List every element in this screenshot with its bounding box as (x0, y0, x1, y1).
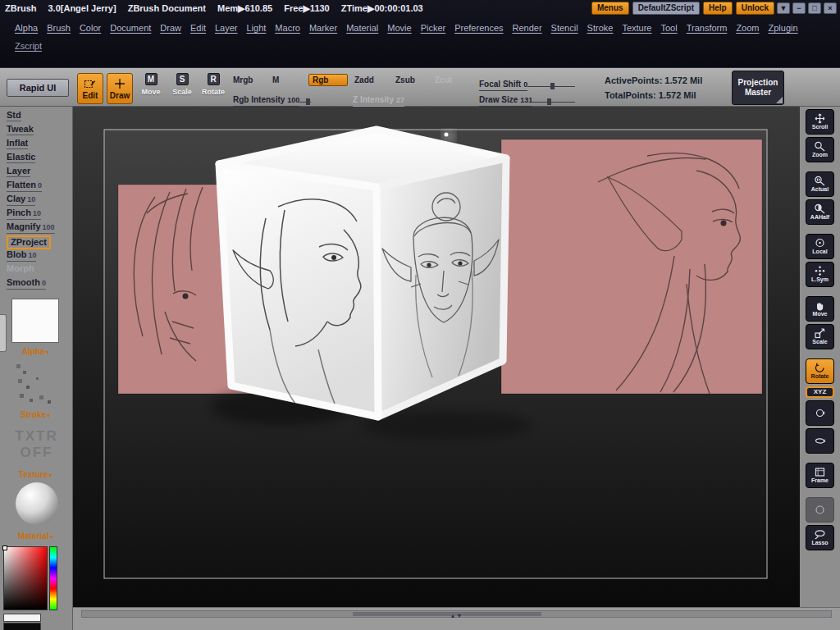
rail-button-local[interactable]: Local (806, 234, 834, 259)
rail-button-xyz[interactable]: XYZ (806, 386, 834, 398)
m-toggle[interactable]: M (272, 75, 279, 84)
rgb-toggle[interactable]: Rgb (308, 74, 348, 86)
move-button[interactable]: M Move (136, 73, 166, 96)
hue-strip[interactable] (49, 546, 57, 610)
sidebar-item-pinch[interactable]: Pinch10 (7, 208, 72, 218)
sidebar-item-zproject[interactable]: ZProject (7, 235, 72, 246)
secondary-color-swatch[interactable] (3, 623, 41, 630)
zbrush-window: ZBrush 3.0[Angel Jerry] ZBrush Document … (0, 0, 840, 630)
focal-shift-slider[interactable]: Focal Shift0 (479, 75, 575, 90)
horizontal-scrollbar-thumb[interactable] (353, 612, 541, 616)
menu-item-color[interactable]: Color (80, 23, 101, 33)
material-preview[interactable] (16, 482, 58, 525)
draw-size-slider[interactable]: Draw Size131 (479, 91, 575, 106)
sidebar-item-magnify[interactable]: Magnify100 (7, 221, 72, 232)
menu-item-tool[interactable]: Tool (660, 23, 677, 33)
app-version: 3.0[Angel Jerry] (48, 3, 116, 13)
sidebar-item-layer[interactable]: Layer (7, 166, 72, 176)
menu-item-brush[interactable]: Brush (47, 23, 71, 33)
edit-icon (84, 78, 97, 89)
menu-item-stencil[interactable]: Stencil (551, 23, 578, 33)
draw-label: Draw (110, 91, 130, 100)
rail-button-actual[interactable]: Actual (806, 171, 834, 197)
window-minimize-icon[interactable]: − (792, 2, 806, 14)
menu-item-zoom[interactable]: Zoom (736, 23, 759, 33)
alpha-preview[interactable] (11, 299, 59, 343)
rail-button-lasso[interactable]: Lasso (806, 525, 834, 550)
scroll-up-icon[interactable]: ▲ (450, 613, 457, 619)
menu-item-document[interactable]: Document (110, 23, 151, 33)
menu-item-zplugin[interactable]: Zplugin (769, 23, 798, 33)
menu-item-light[interactable]: Light (247, 23, 267, 33)
rail-button-zoom[interactable]: Zoom (806, 137, 834, 162)
z-intensity-slider: Z Intensity27 (353, 91, 404, 106)
window-maximize-icon[interactable]: □ (808, 2, 821, 14)
color-picker[interactable] (3, 546, 57, 610)
left-tray-handle[interactable] (0, 314, 7, 352)
zsub-toggle[interactable]: Zsub (395, 75, 415, 84)
rail-button-spin-x[interactable] (806, 400, 834, 426)
rotate-button[interactable]: R Rotate (199, 73, 228, 96)
rail-button-scale[interactable]: Scale (806, 324, 834, 349)
help-button[interactable]: Help (703, 2, 733, 15)
rapid-ui-button[interactable]: Rapid UI (7, 79, 69, 97)
menu-item-texture[interactable]: Texture (622, 23, 651, 33)
menu-item-layer[interactable]: Layer (215, 23, 238, 33)
right-tray: Scroll Zoom Actual AAHalf Local (800, 107, 840, 607)
menu-item-macro[interactable]: Macro (275, 23, 300, 33)
sidebar-item-tweak[interactable]: Tweak (7, 124, 72, 135)
draw-button[interactable]: Draw (107, 73, 133, 104)
unlock-button[interactable]: Unlock (736, 2, 774, 15)
stroke-preview[interactable] (11, 361, 59, 407)
alpha-selector[interactable]: Alpha▼ (0, 347, 72, 356)
rgb-intensity-slider[interactable]: Rgb Intensity100 (233, 91, 311, 106)
menu-item-picker[interactable]: Picker (421, 23, 446, 33)
menu-item-transform[interactable]: Transform (687, 23, 728, 33)
edit-button[interactable]: Edit (77, 73, 103, 104)
window-restore-icon[interactable]: ▼ (777, 2, 790, 14)
menu-item-movie[interactable]: Movie (387, 23, 411, 33)
sidebar-item-blob[interactable]: Blob10 (7, 249, 72, 260)
sidebar-item-flatten[interactable]: Flatten0 (7, 180, 72, 190)
rail-button-scroll[interactable]: Scroll (806, 109, 834, 135)
rotate-key-icon: R (208, 73, 220, 85)
rail-button-frame[interactable]: Frame (806, 463, 834, 488)
menu-item-alpha[interactable]: Alpha (15, 23, 38, 33)
menus-button[interactable]: Menus (591, 2, 629, 15)
primary-color-swatch[interactable] (3, 614, 41, 622)
rail-button-lsym[interactable]: L.Sym (806, 262, 834, 287)
scroll-down-icon[interactable]: ▼ (457, 613, 463, 619)
rail-button-aahalf[interactable]: AAHalf (806, 199, 834, 225)
scale-button[interactable]: S Scale (167, 73, 197, 96)
horizontal-scrollbar-track[interactable]: ▲▼ (81, 610, 832, 618)
menu-item-stroke[interactable]: Stroke (587, 23, 614, 33)
scrollbar-arrows[interactable]: ▲▼ (450, 613, 463, 619)
menu-item-draw[interactable]: Draw (160, 23, 181, 33)
move-key-icon: M (145, 73, 158, 85)
zadd-toggle[interactable]: Zadd (354, 75, 374, 84)
rail-button-spin-y[interactable] (806, 428, 834, 454)
sidebar-item-std[interactable]: Std (7, 110, 72, 121)
default-zscript-button[interactable]: DefaultZScript (632, 2, 700, 15)
menu-item-preferences[interactable]: Preferences (454, 23, 503, 33)
saturation-square[interactable] (3, 546, 48, 610)
rail-button-rotate[interactable]: Rotate (806, 358, 834, 384)
menu-item-zscript[interactable]: Zscript (15, 41, 42, 51)
material-selector[interactable]: Material▼ (0, 532, 72, 541)
menu-item-edit[interactable]: Edit (190, 23, 206, 33)
sidebar-item-inflat[interactable]: Inflat (7, 138, 72, 148)
texture-selector[interactable]: Texture▼ (0, 470, 72, 479)
menu-item-marker[interactable]: Marker (309, 23, 337, 33)
mrgb-toggle[interactable]: Mrgb (233, 75, 253, 84)
texture-off-indicator[interactable]: TXTR OFF (0, 428, 73, 461)
window-close-icon[interactable]: × (824, 2, 837, 14)
sidebar-item-elastic[interactable]: Elastic (7, 152, 72, 162)
rail-button-move[interactable]: Move (806, 296, 834, 322)
projection-master-button[interactable]: Projection Master (732, 71, 784, 105)
menu-item-render[interactable]: Render (513, 23, 542, 33)
sidebar-item-smooth[interactable]: Smooth0 (7, 277, 72, 288)
menu-item-material[interactable]: Material (346, 23, 378, 33)
sidebar-item-clay[interactable]: Clay10 (7, 194, 72, 204)
stroke-selector[interactable]: Stroke▼ (0, 410, 72, 419)
document-canvas[interactable] (73, 107, 800, 607)
